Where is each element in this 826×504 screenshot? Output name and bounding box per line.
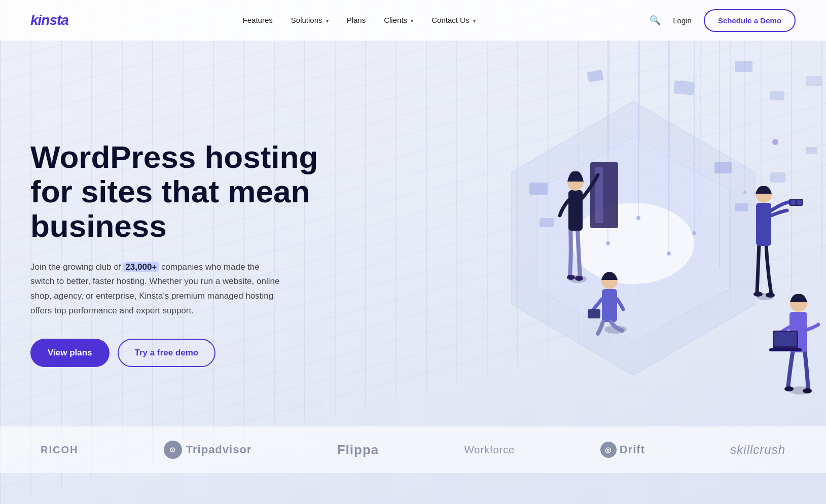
nav-links: Features Solutions ▾ Plans Clients ▾ Con… <box>243 16 476 25</box>
try-demo-button[interactable]: Try a free demo <box>118 339 216 367</box>
logo-workforce: Workforce <box>464 444 515 456</box>
nav-item-contact[interactable]: Contact Us ▾ <box>432 16 475 25</box>
nav-item-features[interactable]: Features <box>243 16 273 25</box>
svg-point-4 <box>606 241 610 245</box>
svg-point-52 <box>803 388 812 393</box>
svg-rect-21 <box>714 162 732 173</box>
nav-link-plans[interactable]: Plans <box>347 16 366 24</box>
hero-content: WordPress hosting for sites that mean bu… <box>30 130 335 367</box>
svg-rect-22 <box>735 203 748 211</box>
svg-rect-49 <box>774 332 797 346</box>
svg-point-51 <box>784 386 794 391</box>
view-plans-button[interactable]: View plans <box>30 339 110 367</box>
svg-point-25 <box>772 139 778 145</box>
svg-rect-29 <box>568 190 583 231</box>
tripadvisor-icon: ⊙ <box>164 441 182 459</box>
svg-rect-41 <box>791 200 796 205</box>
svg-rect-38 <box>756 203 771 246</box>
nav-right: 🔍 Login Schedule a Demo <box>650 9 796 32</box>
svg-rect-26 <box>590 162 618 228</box>
svg-point-13 <box>743 191 746 194</box>
drift-icon: ◎ <box>600 442 617 458</box>
hero-illustration <box>390 41 826 426</box>
company-count: 23,000+ <box>123 262 159 272</box>
schedule-demo-button[interactable]: Schedule a Demo <box>704 9 796 32</box>
svg-rect-24 <box>806 147 817 154</box>
svg-point-10 <box>692 231 696 235</box>
svg-rect-34 <box>602 289 617 322</box>
svg-rect-20 <box>540 218 554 227</box>
svg-rect-18 <box>806 76 822 86</box>
search-icon[interactable]: 🔍 <box>650 15 661 26</box>
svg-rect-17 <box>770 91 784 100</box>
logo-tripadvisor: ⊙ Tripadvisor <box>164 441 252 459</box>
svg-rect-50 <box>769 348 802 351</box>
svg-point-44 <box>766 293 775 298</box>
nav-item-clients[interactable]: Clients ▾ <box>384 16 413 25</box>
logo-drift: ◎ Drift <box>600 442 645 458</box>
login-link[interactable]: Login <box>673 16 692 25</box>
chevron-down-icon: ▾ <box>411 18 413 24</box>
svg-rect-42 <box>797 200 802 205</box>
logo-skillcrush: skillcrush <box>730 443 785 457</box>
logos-bar: RICOH ⊙ Tripadvisor Flippa Workforce ◎ D… <box>0 426 826 473</box>
svg-rect-16 <box>735 61 752 72</box>
svg-point-43 <box>753 292 763 297</box>
logo-ricoh: RICOH <box>41 444 78 456</box>
nav-link-contact[interactable]: Contact Us ▾ <box>432 16 475 24</box>
svg-rect-23 <box>770 172 785 183</box>
hero-title: WordPress hosting for sites that mean bu… <box>30 140 335 244</box>
nav-link-features[interactable]: Features <box>243 16 273 24</box>
svg-rect-19 <box>529 183 548 195</box>
nav-item-plans[interactable]: Plans <box>347 16 366 25</box>
chevron-down-icon: ▾ <box>473 18 476 24</box>
chevron-down-icon: ▾ <box>326 18 329 24</box>
navbar: kinsta Features Solutions ▾ Plans Client… <box>0 0 826 41</box>
logo-flippa: Flippa <box>337 442 379 458</box>
hero-description: Join the growing club of 23,000+ compani… <box>30 260 284 319</box>
nav-item-solutions[interactable]: Solutions ▾ <box>291 16 329 25</box>
svg-point-6 <box>636 216 640 220</box>
description-pre: Join the growing club of <box>30 262 121 272</box>
hero-buttons: View plans Try a free demo <box>30 339 335 367</box>
nav-link-solutions[interactable]: Solutions ▾ <box>291 16 329 24</box>
svg-rect-14 <box>587 70 603 83</box>
svg-point-32 <box>575 276 583 281</box>
svg-rect-15 <box>673 80 695 95</box>
svg-point-8 <box>667 251 671 256</box>
svg-rect-36 <box>588 309 600 318</box>
svg-point-31 <box>567 275 575 280</box>
logo[interactable]: kinsta <box>30 12 68 28</box>
hero-section: WordPress hosting for sites that mean bu… <box>0 41 826 426</box>
nav-link-clients[interactable]: Clients ▾ <box>384 16 413 24</box>
